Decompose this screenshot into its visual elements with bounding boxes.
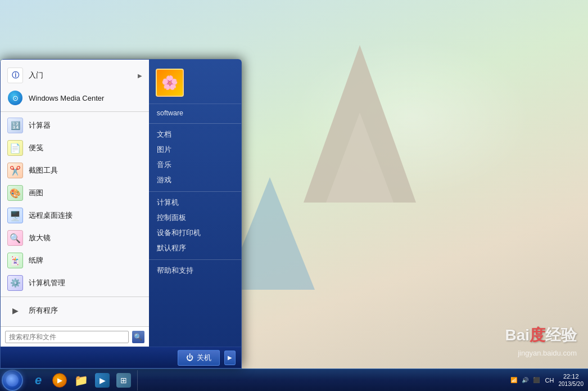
start-search: 🔍 bbox=[1, 326, 149, 347]
windows-media-center-icon: ⊙ bbox=[7, 90, 23, 106]
start-orb-icon bbox=[6, 374, 19, 386]
start-item-solitaire[interactable]: 🃏 纸牌 bbox=[1, 249, 149, 272]
start-right-help-support[interactable]: 帮助和支持 bbox=[149, 263, 241, 278]
paint-label: 画图 bbox=[29, 188, 142, 198]
network-icon[interactable]: 📶 bbox=[509, 376, 518, 385]
right-divider-1 bbox=[149, 123, 241, 124]
computer-management-label: 计算机管理 bbox=[29, 278, 142, 288]
snipping-tool-label: 截图工具 bbox=[29, 165, 142, 176]
right-divider-2 bbox=[149, 191, 241, 192]
get-started-label: 入门 bbox=[29, 70, 132, 80]
computer-management-icon: ⚙️ bbox=[7, 275, 23, 291]
windows-media-center-label: Windows Media Center bbox=[29, 94, 142, 102]
start-item-notepad[interactable]: 📄 便笺 bbox=[1, 137, 149, 159]
start-menu: ⓘ 入门 ▶ ⊙ Windows Media Center 🔢 bbox=[0, 59, 242, 368]
taskbar-ie-icon[interactable]: e bbox=[28, 370, 48, 390]
snipping-tool-icon: ✂️ bbox=[7, 163, 23, 178]
start-item-remote-desktop[interactable]: 🖥️ 远程桌面连接 bbox=[1, 204, 149, 227]
start-right-software[interactable]: software bbox=[149, 106, 241, 120]
taskbar-pinned-icons: e ▶ 📁 ▶ ⊞ bbox=[25, 370, 138, 390]
start-right-control-panel[interactable]: 控制面板 bbox=[149, 210, 241, 226]
notepad-icon: 📄 bbox=[7, 140, 23, 156]
start-right-documents[interactable]: 文档 bbox=[149, 127, 241, 142]
shutdown-icon: ⏻ bbox=[186, 353, 193, 362]
baidu-url: jingyan.baidu.com bbox=[518, 349, 577, 357]
right-divider-3 bbox=[149, 259, 241, 260]
taskbar-date-display: 2013/5/20 bbox=[559, 380, 584, 388]
remote-desktop-icon: 🖥️ bbox=[7, 208, 23, 223]
divider-2 bbox=[1, 296, 149, 297]
taskbar-system-tray: 📶 🔊 ⬛ CH 22:12 2013/5/20 bbox=[505, 369, 588, 391]
start-item-windows-media-center[interactable]: ⊙ Windows Media Center bbox=[1, 87, 149, 109]
calculator-label: 计算器 bbox=[29, 120, 142, 131]
calculator-icon: 🔢 bbox=[7, 118, 23, 133]
shutdown-arrow-button[interactable]: ▶ bbox=[224, 350, 236, 365]
start-user-area: 🌸 bbox=[149, 64, 241, 104]
get-started-arrow: ▶ bbox=[138, 73, 142, 79]
taskbar-time-display: 22:12 bbox=[559, 372, 584, 380]
battery-icon[interactable]: ⬛ bbox=[532, 376, 541, 385]
start-item-computer-management[interactable]: ⚙️ 计算机管理 bbox=[1, 272, 149, 294]
divider-1 bbox=[1, 111, 149, 112]
baidu-watermark: Bai度经验 bbox=[505, 325, 577, 346]
taskbar-management-icon[interactable]: ⊞ bbox=[114, 370, 134, 390]
start-right-music[interactable]: 音乐 bbox=[149, 158, 241, 173]
search-input[interactable] bbox=[5, 331, 129, 343]
taskbar-language-indicator[interactable]: CH bbox=[545, 377, 554, 384]
taskbar: e ▶ 📁 ▶ ⊞ 📶 🔊 ⬛ CH 22:12 2013/5/20 bbox=[0, 368, 588, 391]
solitaire-icon: 🃏 bbox=[7, 253, 23, 268]
taskbar-clock[interactable]: 22:12 2013/5/20 bbox=[559, 372, 584, 388]
all-programs-item[interactable]: ▶ 所有程序 bbox=[1, 299, 149, 322]
remote-desktop-label: 远程桌面连接 bbox=[29, 210, 142, 221]
magnifier-icon: 🔍 bbox=[7, 230, 23, 246]
start-menu-body: ⓘ 入门 ▶ ⊙ Windows Media Center 🔢 bbox=[1, 60, 241, 347]
start-right-default-programs[interactable]: 默认程序 bbox=[149, 241, 241, 256]
volume-icon[interactable]: 🔊 bbox=[521, 376, 530, 385]
taskbar-notify-icons: 📶 🔊 ⬛ bbox=[509, 376, 541, 385]
start-item-snipping-tool[interactable]: ✂️ 截图工具 bbox=[1, 159, 149, 182]
paint-icon: 🎨 bbox=[7, 185, 23, 201]
shutdown-button[interactable]: ⏻ 关机 bbox=[178, 350, 220, 366]
user-avatar[interactable]: 🌸 bbox=[156, 69, 184, 97]
shutdown-label: 关机 bbox=[197, 353, 211, 363]
tent-inner-decoration bbox=[326, 113, 393, 203]
start-right-pictures[interactable]: 图片 bbox=[149, 142, 241, 158]
start-item-calculator[interactable]: 🔢 计算器 bbox=[1, 114, 149, 137]
start-item-paint[interactable]: 🎨 画图 bbox=[1, 182, 149, 204]
solitaire-label: 纸牌 bbox=[29, 255, 142, 266]
start-button[interactable] bbox=[2, 370, 23, 391]
all-programs-label: 所有程序 bbox=[29, 305, 142, 316]
start-menu-left: ⓘ 入门 ▶ ⊙ Windows Media Center 🔢 bbox=[1, 60, 149, 347]
start-right-computer[interactable]: 计算机 bbox=[149, 195, 241, 210]
start-right-games[interactable]: 游戏 bbox=[149, 173, 241, 188]
notepad-label: 便笺 bbox=[29, 143, 142, 153]
taskbar-library-icon[interactable]: 📁 bbox=[71, 370, 91, 390]
get-started-icon: ⓘ bbox=[7, 68, 23, 83]
magnifier-label: 放大镜 bbox=[29, 233, 142, 243]
taskbar-media-player-icon[interactable]: ▶ bbox=[49, 370, 70, 390]
shutdown-arrow-icon: ▶ bbox=[228, 354, 232, 361]
taskbar-media-center-icon[interactable]: ▶ bbox=[92, 370, 112, 390]
search-button[interactable]: 🔍 bbox=[132, 331, 144, 343]
start-menu-left-items: ⓘ 入门 ▶ ⊙ Windows Media Center 🔢 bbox=[1, 60, 149, 326]
all-programs-icon: ▶ bbox=[7, 303, 23, 318]
start-menu-bottom: ⏻ 关机 ▶ bbox=[1, 347, 241, 368]
start-item-magnifier[interactable]: 🔍 放大镜 bbox=[1, 227, 149, 249]
start-menu-right: 🌸 software 文档 图片 音乐 游戏 计算机 控制面板 设备和打印机 默… bbox=[149, 60, 241, 347]
start-right-devices-printers[interactable]: 设备和打印机 bbox=[149, 226, 241, 241]
start-item-get-started[interactable]: ⓘ 入门 ▶ bbox=[1, 64, 149, 87]
